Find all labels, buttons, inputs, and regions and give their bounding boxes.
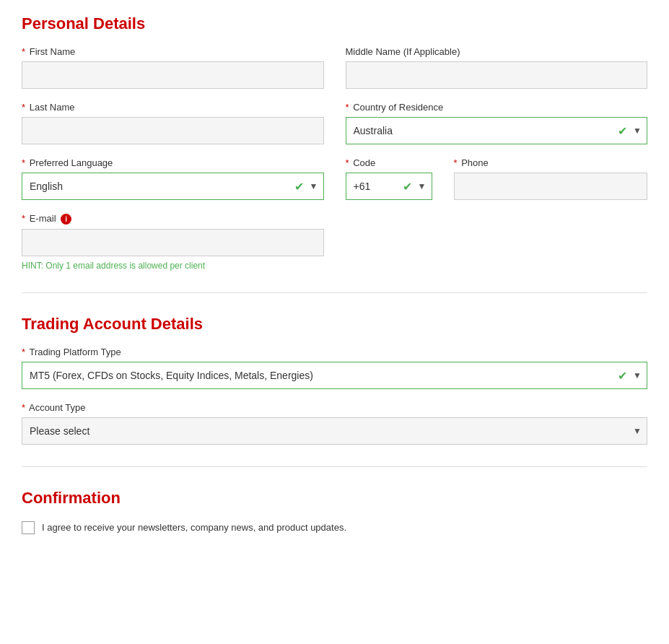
personal-details-section: Personal Details * First Name Middle Nam…	[22, 14, 647, 271]
phone-input[interactable]	[454, 173, 648, 200]
trading-platform-label: * Trading Platform Type	[22, 347, 647, 357]
account-type-select-wrapper: Please select ▼	[22, 417, 647, 445]
email-placeholder-group	[346, 213, 648, 271]
account-type-select[interactable]: Please select	[22, 417, 647, 445]
code-select[interactable]: +61	[346, 173, 432, 200]
personal-details-title: Personal Details	[22, 14, 647, 33]
newsletter-row: I agree to receive your newsletters, com…	[22, 521, 647, 535]
name-row: * First Name Middle Name (If Applicable)	[22, 46, 647, 89]
trading-platform-select[interactable]: MT5 (Forex, CFDs on Stocks, Equity Indic…	[22, 362, 647, 389]
preferred-language-label: * Preferred Language	[22, 157, 324, 168]
trading-confirmation-divider	[22, 466, 647, 467]
trading-platform-select-wrapper: MT5 (Forex, CFDs on Stocks, Equity Indic…	[22, 362, 647, 389]
confirmation-section: Confirmation I agree to receive your new…	[22, 489, 647, 535]
account-type-label: * Account Type	[22, 402, 647, 413]
preferred-language-select-wrapper: English ✔ ▼	[22, 173, 324, 200]
personal-trading-divider	[22, 292, 647, 293]
email-row: * E-mail i HINT: Only 1 email address is…	[22, 213, 647, 271]
country-of-residence-select-wrapper: Australia ✔ ▼	[346, 117, 648, 144]
newsletter-checkbox[interactable]	[22, 521, 35, 534]
middle-name-input[interactable]	[346, 61, 648, 89]
first-name-label: * First Name	[22, 46, 324, 57]
account-type-group: * Account Type Please select ▼	[22, 402, 647, 445]
preferred-language-select[interactable]: English	[22, 173, 324, 200]
phone-group: * Phone	[454, 157, 648, 200]
code-select-wrapper: +61 ✔ ▼	[346, 173, 432, 200]
code-label: * Code	[346, 157, 432, 168]
trading-account-section: Trading Account Details * Trading Platfo…	[22, 315, 647, 445]
newsletter-label[interactable]: I agree to receive your newsletters, com…	[42, 521, 346, 535]
last-name-country-row: * Last Name * Country of Residence Austr…	[22, 102, 647, 144]
trading-account-title: Trading Account Details	[22, 315, 647, 334]
email-input[interactable]	[22, 229, 324, 256]
last-name-group: * Last Name	[22, 102, 324, 144]
language-code-phone-row: * Preferred Language English ✔ ▼ * Code …	[22, 157, 647, 200]
phone-label: * Phone	[454, 157, 648, 168]
first-name-group: * First Name	[22, 46, 324, 89]
country-of-residence-label: * Country of Residence	[346, 102, 648, 113]
middle-name-label: Middle Name (If Applicable)	[346, 46, 648, 57]
code-group: * Code +61 ✔ ▼	[346, 157, 432, 200]
last-name-label: * Last Name	[22, 102, 324, 113]
email-info-icon: i	[61, 214, 71, 225]
country-of-residence-group: * Country of Residence Australia ✔ ▼	[346, 102, 648, 144]
preferred-language-group: * Preferred Language English ✔ ▼	[22, 157, 324, 200]
last-name-input[interactable]	[22, 117, 324, 144]
email-group: * E-mail i HINT: Only 1 email address is…	[22, 213, 324, 271]
email-label: * E-mail i	[22, 213, 324, 225]
trading-platform-group: * Trading Platform Type MT5 (Forex, CFDs…	[22, 347, 647, 389]
email-hint: HINT: Only 1 email address is allowed pe…	[22, 261, 324, 271]
country-of-residence-select[interactable]: Australia	[346, 117, 648, 144]
first-name-input[interactable]	[22, 61, 324, 89]
confirmation-title: Confirmation	[22, 489, 647, 508]
middle-name-group: Middle Name (If Applicable)	[346, 46, 648, 89]
